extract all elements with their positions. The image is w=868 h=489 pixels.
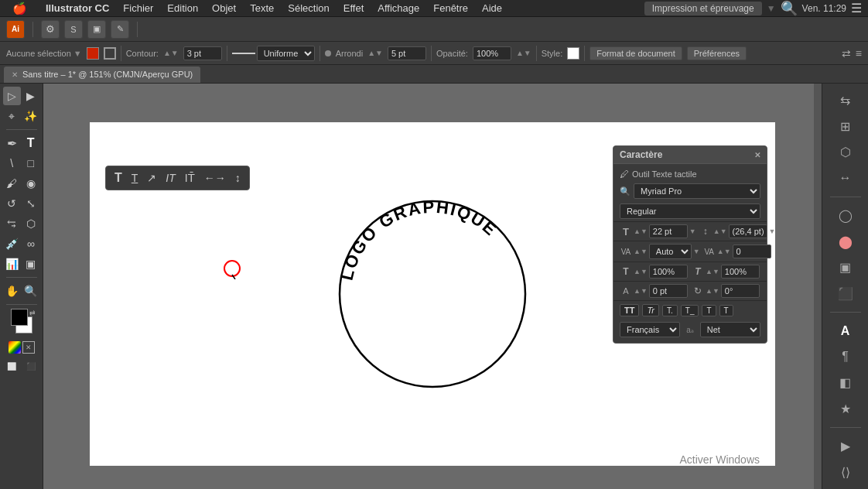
stroke-swatch[interactable]: [104, 47, 116, 60]
style-italic-btn[interactable]: Tr: [642, 304, 659, 316]
contour-value[interactable]: [183, 46, 222, 60]
panel-gradient[interactable]: ▣: [833, 257, 858, 279]
style-bold[interactable]: TT: [620, 304, 639, 316]
app-name: Illustrator CC: [39, 1, 115, 15]
style-swatch[interactable]: [567, 47, 579, 60]
text-type-T[interactable]: T: [112, 169, 125, 186]
graph-tool[interactable]: 📊: [3, 255, 21, 273]
format-btn[interactable]: Format de document: [589, 46, 682, 60]
tactile-label[interactable]: Outil Texte tactile: [632, 169, 697, 179]
font-size-input[interactable]: [649, 224, 688, 238]
kerning-select[interactable]: Auto: [649, 244, 692, 259]
panel-transform[interactable]: ↔: [833, 168, 858, 190]
left-toolbar: ▷ ▶ ⌖ ✨ ✒ T \ □ 🖌 ◉ ↺ ⤡ ⥃ ⬡ 💉 ∞: [0, 84, 43, 489]
menu-fichier[interactable]: Fichier: [117, 1, 159, 15]
panel-text[interactable]: A: [833, 320, 858, 342]
arrondi-value[interactable]: [388, 46, 426, 60]
select-tool[interactable]: ▷: [3, 87, 21, 105]
scale-tool[interactable]: ⤡: [22, 194, 40, 213]
none-swatch[interactable]: ✕: [22, 341, 35, 354]
menu-objet[interactable]: Objet: [206, 1, 242, 15]
text-type-wave[interactable]: ↗: [145, 170, 159, 186]
paint-tool[interactable]: 🖌: [3, 174, 21, 193]
panel-arrange[interactable]: ⇆: [833, 90, 858, 111]
toolbar-btn-4[interactable]: ✎: [111, 20, 129, 39]
line-tool[interactable]: \: [3, 154, 21, 173]
text-type-stretch[interactable]: IT̄: [183, 170, 197, 186]
fill-swatch[interactable]: [87, 47, 99, 60]
menu-edition[interactable]: Edition: [161, 1, 204, 15]
pen-tool[interactable]: ✒: [3, 134, 21, 152]
panel-stroke[interactable]: ◯: [833, 205, 858, 227]
panel-script[interactable]: ⟨⟩: [833, 461, 858, 483]
style-underline[interactable]: T.: [662, 305, 678, 316]
panel-symbols[interactable]: ★: [833, 398, 858, 420]
tab-close[interactable]: ✕: [12, 70, 18, 79]
baseline-input[interactable]: [649, 284, 688, 298]
hscale-input[interactable]: [649, 265, 688, 279]
language-dropdown[interactable]: Français: [620, 322, 680, 337]
panel-paragraph[interactable]: ¶: [833, 347, 858, 368]
panel-play[interactable]: ▶: [833, 436, 858, 457]
tracking-input[interactable]: [733, 244, 771, 258]
toolbar-btn-3[interactable]: ▣: [87, 20, 106, 39]
color-swatches[interactable]: ⇄: [8, 309, 36, 337]
font-style-row: Regular: [613, 201, 767, 222]
style-sup[interactable]: T: [702, 305, 716, 316]
toolbar-btn-2[interactable]: S: [64, 20, 83, 39]
direct-select-tool[interactable]: ▶: [22, 87, 40, 105]
style-caps[interactable]: T: [719, 305, 733, 316]
text-type-vertical[interactable]: ↕: [233, 170, 243, 186]
rotate-input[interactable]: [721, 284, 760, 298]
rotate-tool[interactable]: ↺: [3, 194, 21, 213]
aa-dropdown[interactable]: Net: [700, 322, 760, 337]
leading-input[interactable]: [729, 224, 767, 238]
panel-pathfinder[interactable]: ⬡: [833, 142, 858, 163]
shape-builder-tool[interactable]: ⬡: [22, 214, 40, 233]
text-type-arch[interactable]: T: [129, 170, 141, 186]
preferences-btn[interactable]: Préférences: [687, 46, 747, 60]
char-panel-close[interactable]: ✕: [754, 151, 760, 159]
font-style-dropdown[interactable]: Regular: [620, 203, 760, 219]
text-type-arrow[interactable]: ←→: [202, 170, 228, 186]
text-tool[interactable]: T: [22, 134, 40, 152]
toolbar-btn-1[interactable]: ⚙: [41, 20, 60, 39]
width-tool[interactable]: ⥃: [3, 214, 21, 233]
vscale-input[interactable]: [721, 265, 760, 279]
lasso-tool[interactable]: ⌖: [3, 107, 21, 125]
blob-tool[interactable]: ◉: [22, 174, 40, 193]
opacite-value[interactable]: [473, 46, 511, 60]
panel-swatch[interactable]: ⬛: [833, 283, 858, 305]
rect-tool[interactable]: □: [22, 154, 40, 173]
blend-tool[interactable]: ∞: [22, 234, 40, 253]
hand-tool[interactable]: ✋: [3, 282, 21, 300]
panel-color[interactable]: ⬤: [833, 231, 858, 253]
font-name-dropdown[interactable]: Myriad Pro: [634, 183, 760, 199]
screen-mode-btn[interactable]: ⬛: [22, 357, 40, 375]
panel-align[interactable]: ⊞: [833, 116, 858, 138]
eyedropper-tool[interactable]: 💉: [3, 234, 21, 253]
menu-effet[interactable]: Effet: [337, 1, 371, 15]
style-strikethrough[interactable]: T_: [681, 305, 699, 316]
text-type-italic[interactable]: IT: [163, 170, 177, 186]
arrange-icon[interactable]: ⇄: [842, 47, 851, 60]
apple-menu[interactable]: 🍎: [6, 0, 33, 17]
swap-colors[interactable]: ⇄: [29, 309, 36, 316]
fg-color-swatch[interactable]: [11, 309, 28, 326]
magic-wand-tool[interactable]: ✨: [22, 107, 40, 125]
scrollbar[interactable]: [814, 84, 822, 489]
print-mode[interactable]: Impression et épreuvage: [644, 2, 762, 15]
menu-fenetre[interactable]: Fenêtre: [427, 1, 474, 15]
gradient-icon[interactable]: [9, 341, 21, 354]
doc-tab-item[interactable]: ✕ Sans titre – 1* @ 151% (CMJN/Aperçu GP…: [3, 66, 201, 83]
menu-texte[interactable]: Texte: [244, 1, 280, 15]
zoom-tool[interactable]: 🔍: [22, 282, 40, 300]
artboard-tool[interactable]: ▣: [22, 255, 40, 273]
panel-layers[interactable]: ◧: [833, 372, 858, 394]
menu-affichage[interactable]: Affichage: [371, 1, 425, 15]
stroke-type-dropdown[interactable]: Uniforme: [257, 46, 315, 61]
more-icon[interactable]: ≡: [856, 47, 862, 60]
view-mode-btn[interactable]: ⬜: [3, 357, 21, 375]
menu-aide[interactable]: Aide: [476, 1, 508, 15]
menu-selection[interactable]: Sélection: [282, 1, 335, 15]
